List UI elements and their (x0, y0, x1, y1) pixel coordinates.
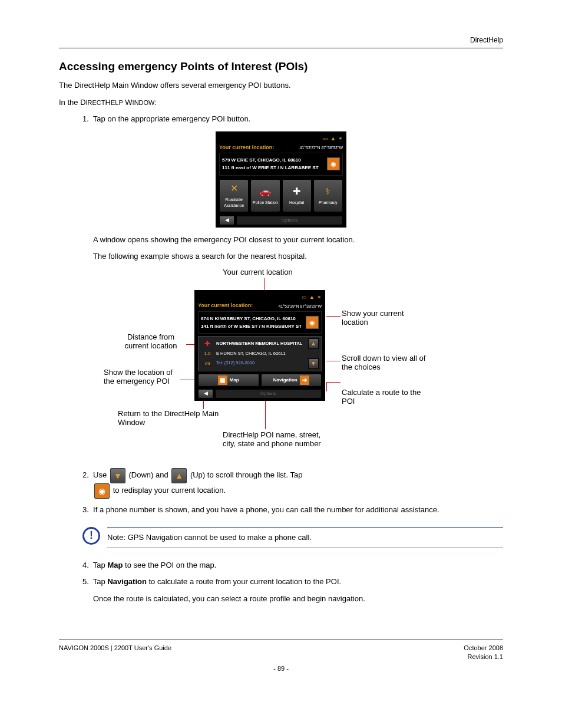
step-1: 1. Tap on the appropriate emergency POI … (82, 114, 503, 124)
callout-show-current: Show your current location (342, 309, 424, 327)
car-icon: 🚗 (259, 185, 271, 198)
police-station-button[interactable]: 🚗 Police Station (250, 179, 280, 212)
info-icon: ! (82, 527, 100, 545)
footer-left: NAVIGON 2000S | 2200T User's Guide (59, 644, 171, 662)
hospital-button[interactable]: ✚ Hospital (282, 179, 312, 212)
arrow-right-icon: ➔ (300, 375, 309, 385)
address-line-2: 111 ft east of W ERIE ST / N LARRABEE ST (222, 164, 325, 171)
battery-icon: ▭ (323, 135, 328, 143)
callout-distance: Distance from current location (115, 332, 186, 351)
show-location-button[interactable]: ◉ (327, 157, 340, 170)
current-location-label: Your current location: (198, 302, 253, 309)
page-footer: NAVIGON 2000S | 2200T User's Guide Octob… (59, 640, 503, 662)
coords-value: 41°53'39"N 87°38'29"W (278, 304, 322, 309)
back-button[interactable]: ◀ (198, 389, 213, 398)
step-4: 4. Tap Map to see the POI on the map. (82, 560, 503, 571)
wrench-icon: ✕ (230, 182, 238, 195)
callout-poi-details: DirectHelp POI name, street, city, state… (223, 430, 323, 449)
step-3: 3. If a phone number is shown, and you h… (82, 505, 503, 515)
page-number: - 89 - (59, 664, 503, 673)
poi-street: E HURON ST, CHICAGO, IL 60611 (216, 351, 306, 357)
options-button[interactable]: Options (215, 389, 322, 398)
callout-show-poi: Show the location of the emergency POI (104, 368, 180, 386)
locate-icon: ◉ (94, 483, 110, 499)
map-icon: ▦ (218, 375, 227, 385)
poi-name: NORTHWESTERN MEMORIAL HOSPITAL (216, 341, 306, 347)
step-5: 5. Tap Navigation to calculate a route f… (82, 577, 503, 587)
distance-unit: mi (201, 360, 214, 367)
header-right: DirectHelp (59, 35, 503, 45)
battery-icon: ▭ (302, 294, 307, 301)
hospital-cross-icon: ✚ (201, 339, 214, 349)
callout-scroll: Scroll down to view all of the choices (342, 354, 430, 372)
signal-icon: ✶ (317, 294, 322, 301)
distance-value: 1.0 (201, 350, 214, 357)
scroll-up-button[interactable]: ▲ (308, 338, 319, 349)
poi-phone: Tel: (312) 926-2000 (216, 360, 306, 367)
header-rule (59, 48, 503, 48)
after-step1-b: The following example shows a search for… (93, 251, 503, 262)
down-icon: ▼ (110, 468, 125, 483)
step-5-cont: Once the route is calculated, you can se… (93, 594, 503, 604)
options-button[interactable]: Options (236, 216, 343, 225)
map-button[interactable]: ▦ Map (198, 374, 259, 387)
warning-icon: ▲ (309, 294, 315, 301)
warning-icon: ▲ (330, 135, 336, 143)
back-button[interactable]: ◀ (219, 216, 234, 225)
signal-icon: ✶ (338, 135, 343, 143)
callout-diagram: Your current location Distance from curr… (59, 268, 507, 462)
current-location-label: Your current location: (219, 144, 274, 151)
callout-top: Your current location (223, 268, 293, 277)
device-screenshot-1: ▭ ▲ ✶ Your current location: 41°53'37"N … (216, 131, 346, 228)
section-title: Accessing emergency Points of Interest (… (59, 59, 503, 75)
callout-route: Calculate a route to the POI (342, 388, 430, 406)
cross-icon: ✚ (293, 185, 300, 198)
up-icon: ▲ (171, 468, 187, 483)
address-line-2: 141 ft north of W ERIE ST / N KINGSBURY … (201, 323, 303, 330)
address-line-1: 674 N KINGSBURY ST, CHICAGO, IL 60610 (201, 315, 303, 322)
pharmacy-button[interactable]: ⚕ Pharmacy (313, 179, 343, 212)
navigation-button[interactable]: Navigation ➔ (261, 374, 322, 387)
note-box: ! Note: GPS Navigation cannot be used to… (82, 527, 503, 548)
coords-value: 41°53'37"N 87°38'32"W (299, 145, 343, 151)
rx-icon: ⚕ (325, 185, 330, 198)
address-line-1: 579 W ERIE ST, CHICAGO, IL 60610 (222, 157, 325, 163)
poi-result: ✚ NORTHWESTERN MEMORIAL HOSPITAL ▲ 1.0 E… (198, 336, 322, 371)
device-screenshot-2: ▭ ▲ ✶ Your current location: 41°53'39"N … (194, 290, 325, 401)
show-location-button[interactable]: ◉ (306, 316, 319, 329)
scroll-down-button[interactable]: ▼ (308, 358, 319, 369)
note-text: Note: GPS Navigation cannot be used to m… (107, 527, 503, 548)
callout-return: Return to the DirectHelp Main Window (118, 409, 224, 427)
roadside-assistance-button[interactable]: ✕ Roadside Assistance (219, 179, 249, 212)
footer-date: October 2008 (464, 644, 503, 653)
step-2: 2. Use ▼ (Down) and ▲ (Up) to scroll thr… (82, 468, 503, 499)
footer-revision: Revision 1.1 (464, 653, 503, 661)
after-step1-a: A window opens showing the emergency POI… (93, 235, 503, 245)
intro-text-2: In the DIRECTHELP WINDOW: (59, 97, 503, 108)
intro-text: The DirectHelp Main Window offers severa… (59, 80, 503, 91)
